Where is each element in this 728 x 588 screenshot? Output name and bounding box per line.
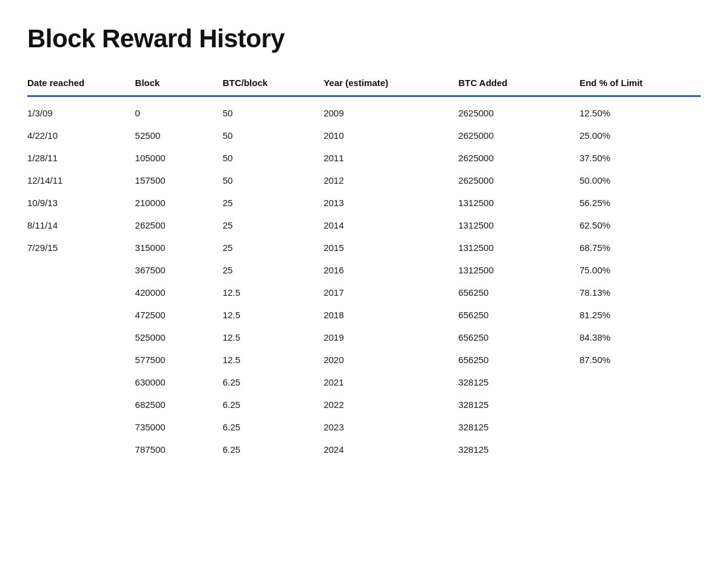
table-row: 367500252016131250075.00% xyxy=(27,259,701,281)
cell-btc-added: 328125 xyxy=(458,416,579,438)
table-wrapper: Date reached Block BTC/block Year (estim… xyxy=(27,78,701,461)
cell-btc-block: 12.5 xyxy=(223,281,324,304)
cell-btc-added: 656250 xyxy=(458,326,579,349)
cell-btc-added: 328125 xyxy=(458,393,579,416)
cell-btc-added: 1312500 xyxy=(458,236,579,259)
cell-end-pct xyxy=(579,438,701,461)
cell-year: 2020 xyxy=(323,349,458,371)
cell-end-pct: 84.38% xyxy=(579,326,701,349)
cell-date xyxy=(27,349,135,371)
cell-block: 105000 xyxy=(135,147,223,169)
cell-btc-block: 25 xyxy=(223,192,324,214)
table-row: 1/28/11105000502011262500037.50% xyxy=(27,147,701,169)
table-row: 4/22/1052500502010262500025.00% xyxy=(27,124,701,147)
cell-year: 2009 xyxy=(323,97,458,124)
cell-year: 2017 xyxy=(323,281,458,304)
cell-btc-added: 2625000 xyxy=(458,97,579,124)
cell-date xyxy=(27,416,135,438)
cell-year: 2011 xyxy=(323,147,458,169)
col-header-btc-block: BTC/block xyxy=(223,78,324,95)
cell-btc-added: 328125 xyxy=(458,438,579,461)
cell-block: 262500 xyxy=(135,214,223,236)
cell-year: 2022 xyxy=(323,393,458,416)
cell-date: 1/3/09 xyxy=(27,97,135,124)
table-row: 10/9/13210000252013131250056.25% xyxy=(27,192,701,214)
cell-end-pct xyxy=(579,393,701,416)
cell-btc-block: 6.25 xyxy=(223,393,324,416)
cell-end-pct: 81.25% xyxy=(579,304,701,326)
cell-end-pct: 37.50% xyxy=(579,147,701,169)
table-row: 47250012.5201865625081.25% xyxy=(27,304,701,326)
cell-btc-added: 656250 xyxy=(458,349,579,371)
table-row: 6825006.252022328125 xyxy=(27,393,701,416)
cell-date xyxy=(27,438,135,461)
cell-year: 2016 xyxy=(323,259,458,281)
cell-btc-added: 656250 xyxy=(458,281,579,304)
cell-btc-block: 6.25 xyxy=(223,438,324,461)
table-row: 7/29/15315000252015131250068.75% xyxy=(27,236,701,259)
cell-block: 0 xyxy=(135,97,223,124)
cell-date: 1/28/11 xyxy=(27,147,135,169)
cell-end-pct: 78.13% xyxy=(579,281,701,304)
cell-btc-block: 50 xyxy=(223,124,324,147)
cell-block: 525000 xyxy=(135,326,223,349)
col-header-year: Year (estimate) xyxy=(323,78,458,95)
table-row: 42000012.5201765625078.13% xyxy=(27,281,701,304)
cell-btc-added: 1312500 xyxy=(458,192,579,214)
cell-end-pct: 50.00% xyxy=(579,169,701,192)
cell-date: 10/9/13 xyxy=(27,192,135,214)
cell-block: 157500 xyxy=(135,169,223,192)
cell-btc-added: 656250 xyxy=(458,304,579,326)
cell-end-pct: 68.75% xyxy=(579,236,701,259)
cell-end-pct xyxy=(579,371,701,393)
cell-btc-added: 1312500 xyxy=(458,259,579,281)
cell-year: 2012 xyxy=(323,169,458,192)
cell-btc-added: 1312500 xyxy=(458,214,579,236)
table-row: 12/14/11157500502012262500050.00% xyxy=(27,169,701,192)
cell-end-pct xyxy=(579,416,701,438)
cell-date xyxy=(27,393,135,416)
cell-date: 8/11/14 xyxy=(27,214,135,236)
cell-block: 367500 xyxy=(135,259,223,281)
cell-block: 52500 xyxy=(135,124,223,147)
cell-block: 315000 xyxy=(135,236,223,259)
cell-end-pct: 56.25% xyxy=(579,192,701,214)
cell-block: 735000 xyxy=(135,416,223,438)
cell-btc-block: 6.25 xyxy=(223,416,324,438)
cell-block: 420000 xyxy=(135,281,223,304)
cell-year: 2013 xyxy=(323,192,458,214)
cell-btc-added: 2625000 xyxy=(458,169,579,192)
cell-year: 2015 xyxy=(323,236,458,259)
cell-btc-block: 25 xyxy=(223,236,324,259)
cell-year: 2018 xyxy=(323,304,458,326)
cell-btc-added: 2625000 xyxy=(458,124,579,147)
cell-date: 7/29/15 xyxy=(27,236,135,259)
col-header-block: Block xyxy=(135,78,223,95)
cell-date xyxy=(27,281,135,304)
cell-year: 2019 xyxy=(323,326,458,349)
table-row: 57750012.5202065625087.50% xyxy=(27,349,701,371)
table-row: 7350006.252023328125 xyxy=(27,416,701,438)
cell-end-pct: 87.50% xyxy=(579,349,701,371)
cell-year: 2021 xyxy=(323,371,458,393)
table-row: 8/11/14262500252014131250062.50% xyxy=(27,214,701,236)
cell-block: 577500 xyxy=(135,349,223,371)
cell-btc-block: 6.25 xyxy=(223,371,324,393)
cell-year: 2010 xyxy=(323,124,458,147)
cell-btc-added: 328125 xyxy=(458,371,579,393)
cell-end-pct: 75.00% xyxy=(579,259,701,281)
table-row: 1/3/090502009262500012.50% xyxy=(27,97,701,124)
col-header-date: Date reached xyxy=(27,78,135,95)
cell-btc-block: 25 xyxy=(223,214,324,236)
cell-year: 2014 xyxy=(323,214,458,236)
col-header-btc-added: BTC Added xyxy=(458,78,579,95)
cell-year: 2024 xyxy=(323,438,458,461)
table-header-row: Date reached Block BTC/block Year (estim… xyxy=(27,78,701,95)
cell-btc-added: 2625000 xyxy=(458,147,579,169)
cell-block: 682500 xyxy=(135,393,223,416)
cell-end-pct: 62.50% xyxy=(579,214,701,236)
cell-date xyxy=(27,304,135,326)
table-row: 6300006.252021328125 xyxy=(27,371,701,393)
cell-end-pct: 25.00% xyxy=(579,124,701,147)
table-row: 7875006.252024328125 xyxy=(27,438,701,461)
